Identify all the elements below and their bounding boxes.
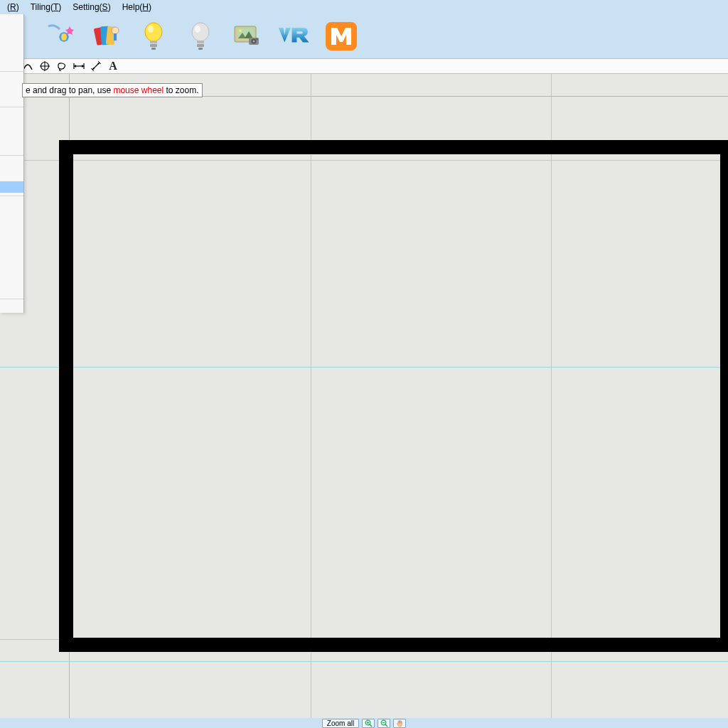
circle-crosshair-icon [39, 60, 50, 72]
lightbulb-on-button[interactable] [136, 19, 171, 53]
panel-divider [0, 299, 23, 299]
render-image-button[interactable] [230, 19, 264, 53]
menu-help[interactable]: Help(H) [117, 1, 157, 14]
svg-point-22 [239, 29, 242, 32]
hint-suffix: to zoom. [164, 85, 198, 95]
svg-rect-16 [197, 44, 204, 47]
zoom-out-button[interactable] [378, 719, 390, 728]
m-logo-button[interactable] [324, 19, 358, 53]
panel-divider [0, 196, 23, 196]
side-panel[interactable] [0, 14, 24, 313]
panel-divider [0, 71, 23, 72]
svg-rect-12 [151, 48, 156, 50]
svg-line-46 [385, 724, 387, 727]
dimension-horizontal-icon [73, 62, 85, 70]
menu-bar: (R) Tiling(T) Setting(S) Help(H) [0, 0, 728, 14]
svg-rect-11 [150, 44, 157, 47]
hint-highlight: mouse wheel [113, 85, 164, 95]
hand-icon [396, 719, 404, 727]
svg-point-8 [145, 23, 162, 41]
panel-divider [0, 107, 23, 107]
magic-wand-icon [44, 22, 75, 50]
pan-hand-button[interactable] [393, 719, 406, 728]
lasso-tool-icon [56, 61, 68, 71]
dimension-diagonal-icon [90, 60, 102, 72]
canvas-area[interactable] [0, 74, 728, 718]
shapes-toolbar: A [0, 58, 728, 74]
zoom-out-icon [380, 719, 388, 727]
menu-r[interactable]: (R) [1, 1, 25, 14]
svg-marker-1 [61, 33, 67, 41]
svg-point-14 [195, 26, 200, 33]
panel-selected-row[interactable] [0, 181, 23, 193]
svg-point-13 [192, 23, 209, 41]
vr-button[interactable] [277, 19, 311, 53]
artboard-rectangle[interactable] [59, 140, 728, 652]
svg-rect-7 [114, 33, 117, 41]
vr-icon [277, 22, 311, 50]
panel-divider [0, 155, 23, 156]
menu-tiling[interactable]: Tiling(T) [25, 1, 68, 14]
magic-wand-button[interactable] [43, 19, 77, 53]
zoom-in-icon [365, 719, 373, 727]
lightbulb-yellow-icon [139, 21, 168, 52]
main-toolbar [0, 14, 728, 58]
lightbulb-off-button[interactable] [183, 19, 218, 53]
dimension-diag-button[interactable] [90, 60, 102, 73]
hint-prefix: e and drag to pan, use [26, 85, 113, 95]
lightbulb-grey-icon [186, 21, 215, 52]
zoom-in-button[interactable] [362, 719, 375, 728]
text-tool-icon: A [109, 60, 117, 73]
status-bar: Zoom all [0, 718, 728, 728]
m-logo-icon [324, 21, 358, 52]
svg-line-42 [370, 724, 372, 727]
svg-point-25 [253, 41, 255, 43]
hint-tooltip: e and drag to pan, use mouse wheel to zo… [22, 83, 203, 97]
palette-icon [91, 22, 122, 50]
lasso-tool-button[interactable] [55, 60, 68, 73]
palette-button[interactable] [90, 19, 124, 53]
menu-setting[interactable]: Setting(S) [67, 1, 116, 14]
svg-rect-17 [198, 48, 203, 50]
svg-rect-26 [256, 38, 258, 40]
svg-point-6 [112, 27, 119, 34]
photo-frame-icon [232, 22, 263, 50]
zoom-all-button[interactable]: Zoom all [322, 719, 359, 728]
svg-rect-15 [197, 41, 204, 43]
svg-rect-10 [150, 41, 157, 43]
svg-point-9 [148, 26, 154, 33]
dimension-h-button[interactable] [73, 60, 85, 73]
text-tool-button[interactable]: A [107, 60, 119, 73]
grid-line-h [0, 661, 728, 662]
circle-crosshair-button[interactable] [38, 60, 51, 73]
